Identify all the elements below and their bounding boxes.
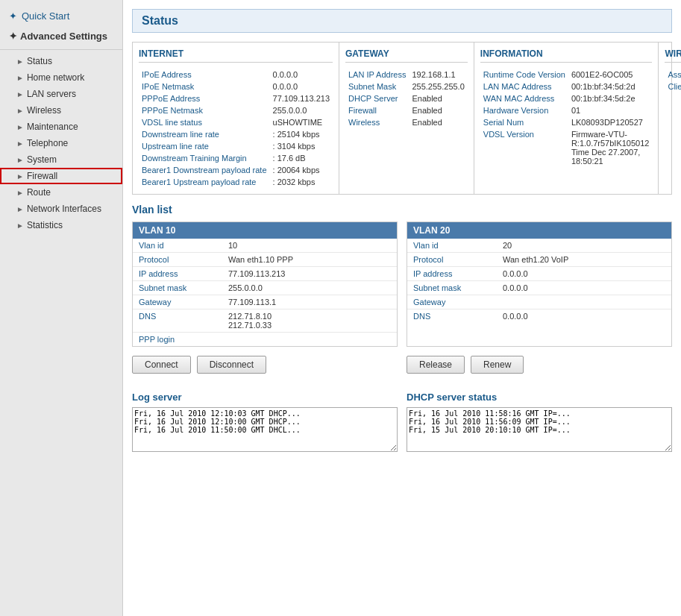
sidebar-item-label: Home network <box>27 72 84 83</box>
table-row: LAN IP Address 192.168.1.1 <box>345 69 468 81</box>
log-server-section: Log server Fri, 16 Jul 2010 12:10:03 GMT… <box>132 392 398 452</box>
log-server-textarea[interactable]: Fri, 16 Jul 2010 12:10:03 GMT DHCP... Fr… <box>132 407 398 452</box>
page-title: Status <box>132 9 672 33</box>
connect-button[interactable]: Connect <box>132 356 191 374</box>
wireless-col: WIRELESS Associated clients 0 Clients MA… <box>659 43 681 194</box>
wireless-header: WIRELESS <box>665 48 681 63</box>
table-row: Wireless Enabled <box>345 116 468 128</box>
log-server-container: Fri, 16 Jul 2010 12:10:03 GMT DHCP... Fr… <box>132 407 398 452</box>
vlan-row: DNS 212.71.8.10212.71.0.33 <box>133 309 397 333</box>
information-col: INFORMATION Runtime Code Version 6001E2-… <box>474 43 659 194</box>
arrow-icon: ► <box>16 221 24 230</box>
vlan20-card: VLAN 20 Vlan id 20 Protocol Wan eth1.20 … <box>407 221 672 347</box>
sidebar-item-maintenance[interactable]: ► Maintenance <box>0 119 122 135</box>
main-content: Status INTERNET IPoE Address 0.0.0.0 IPo… <box>123 0 681 616</box>
arrow-icon: ► <box>16 90 24 98</box>
vlan-row: Subnet mask 0.0.0.0 <box>407 281 671 295</box>
sidebar-item-label: LAN servers <box>27 89 76 99</box>
arrow-icon: ► <box>16 156 24 164</box>
sidebar-item-lan-servers[interactable]: ► LAN servers <box>0 86 122 102</box>
sidebar-item-status[interactable]: ► Status <box>0 53 122 69</box>
vlan-row: Protocol Wan eth1.10 PPP <box>133 253 397 267</box>
arrow-icon: ► <box>16 189 24 197</box>
dhcp-server-section: DHCP server status Fri, 16 Jul 2010 11:5… <box>407 392 672 452</box>
vlan10-card: VLAN 10 Vlan id 10 Protocol Wan eth1.10 … <box>132 221 398 347</box>
sidebar-item-label: Statistics <box>27 220 63 230</box>
vlan-row: Protocol Wan eth1.20 VoIP <box>407 253 671 267</box>
quick-start-icon: ✦ <box>9 10 17 22</box>
table-row: Hardware Version 01 <box>480 104 653 116</box>
sidebar-divider <box>0 49 122 50</box>
table-row: Runtime Code Version 6001E2-6OC005 <box>480 69 653 81</box>
vlan-row: Subnet mask 255.0.0.0 <box>133 281 397 295</box>
table-row: Downstream Training Margin : 17.6 dB <box>139 152 333 164</box>
vlan-row: Gateway 77.109.113.1 <box>133 295 397 309</box>
sidebar-item-label: Telephone <box>27 138 68 148</box>
table-row: IPoE Netmask 0.0.0.0 <box>139 81 333 92</box>
vlan-list-title: Vlan list <box>132 204 672 216</box>
arrow-icon: ► <box>16 123 24 131</box>
sidebar-item-quick-start[interactable]: ✦ Quick Start <box>0 6 122 26</box>
sidebar-item-system[interactable]: ► System <box>0 151 122 168</box>
vlan20-buttons: Release Renew <box>407 356 672 374</box>
vlan-row: Vlan id 10 <box>133 239 397 253</box>
log-server-title: Log server <box>132 392 398 403</box>
table-row: VDSL line status uSHOWTIME <box>139 116 333 128</box>
arrow-icon: ► <box>16 74 24 82</box>
table-row: Associated clients 0 <box>665 69 681 81</box>
table-row: Bearer1 Upstream payload rate : 2032 kbp… <box>139 176 333 188</box>
vlan-row: Gateway <box>407 295 671 309</box>
table-row: Bearer1 Downstream payload rate : 20064 … <box>139 164 333 176</box>
table-row: PPPoE Netmask 255.0.0.0 <box>139 104 333 116</box>
sidebar-item-label: System <box>27 154 57 165</box>
advanced-settings-label: Advanced Settings <box>20 31 107 42</box>
table-row: LAN MAC Address 00:1b:bf:34:5d:2d <box>480 81 653 92</box>
quick-start-label: Quick Start <box>22 10 69 22</box>
sidebar-item-label: Firewall <box>27 171 57 181</box>
sidebar-item-route[interactable]: ► Route <box>0 184 122 201</box>
table-row: IPoE Address 0.0.0.0 <box>139 69 333 81</box>
renew-button[interactable]: Renew <box>471 356 524 374</box>
dhcp-server-container: Fri, 16 Jul 2010 11:58:16 GMT IP=... Fri… <box>407 407 672 452</box>
sidebar-section-advanced[interactable]: ✦ Advanced Settings <box>0 26 122 46</box>
button-section: Connect Disconnect Release Renew <box>132 356 672 383</box>
dhcp-server-title: DHCP server status <box>407 392 672 403</box>
disconnect-button[interactable]: Disconnect <box>197 356 266 374</box>
sidebar-item-wireless[interactable]: ► Wireless <box>0 102 122 119</box>
vlan-section: Vlan list VLAN 10 Vlan id 10 Protocol Wa… <box>132 204 672 347</box>
sidebar-item-firewall[interactable]: ► Firewall <box>0 168 122 184</box>
table-row: Clients MAC Address No station connected <box>665 81 681 101</box>
arrow-icon: ► <box>16 172 24 180</box>
internet-header: INTERNET <box>139 48 333 63</box>
sidebar-item-label: Status <box>27 56 52 66</box>
table-row: Subnet Mask 255.255.255.0 <box>345 81 468 92</box>
vlan20-header: VLAN 20 <box>407 222 671 239</box>
sidebar-item-home-network[interactable]: ► Home network <box>0 69 122 86</box>
arrow-icon: ► <box>16 107 24 115</box>
table-row: Downstream line rate : 25104 kbps <box>139 128 333 140</box>
information-header: INFORMATION <box>480 48 653 63</box>
sidebar-item-label: Route <box>27 187 51 198</box>
vlan-row: Vlan id 20 <box>407 239 671 253</box>
arrow-icon: ► <box>16 205 24 213</box>
sidebar-item-label: Network Interfaces <box>27 204 101 214</box>
sidebar-item-statistics[interactable]: ► Statistics <box>0 217 122 233</box>
vlan-row: PPP login <box>133 333 397 346</box>
table-row: DHCP Server Enabled <box>345 92 468 104</box>
log-section: Log server Fri, 16 Jul 2010 12:10:03 GMT… <box>132 392 672 452</box>
vlan-row: IP address 77.109.113.213 <box>133 267 397 281</box>
vlan-row: DNS 0.0.0.0 <box>407 309 671 323</box>
sidebar-item-telephone[interactable]: ► Telephone <box>0 135 122 151</box>
vlan10-header: VLAN 10 <box>133 222 397 239</box>
table-row: Serial Num LK08093DP120527 <box>480 116 653 128</box>
table-row: PPPoE Address 77.109.113.213 <box>139 92 333 104</box>
release-button[interactable]: Release <box>407 356 465 374</box>
vlan10-buttons: Connect Disconnect <box>132 356 398 374</box>
vlan-grid: VLAN 10 Vlan id 10 Protocol Wan eth1.10 … <box>132 221 672 347</box>
table-row: VDSL Version Firmware-VTU-R:1.0.7r57bIK1… <box>480 128 653 167</box>
gateway-header: GATEWAY <box>345 48 468 63</box>
dhcp-server-textarea[interactable]: Fri, 16 Jul 2010 11:58:16 GMT IP=... Fri… <box>407 407 672 452</box>
advanced-icon: ✦ <box>9 31 17 42</box>
sidebar-item-network-interfaces[interactable]: ► Network Interfaces <box>0 201 122 217</box>
table-row: Upstream line rate : 3104 kbps <box>139 140 333 152</box>
